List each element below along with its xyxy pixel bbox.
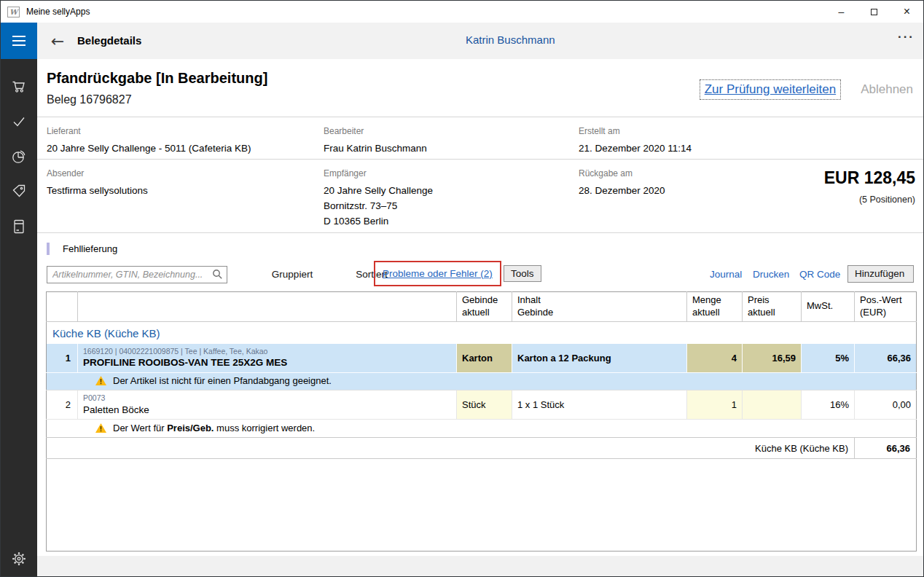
warning-icon (95, 375, 107, 386)
col-header-mwst[interactable]: MwSt. (802, 292, 855, 322)
sidebar (1, 59, 37, 577)
group-subtotal-row: Küche KB (Küche KB) 66,36 (47, 438, 917, 459)
search-icon (212, 269, 223, 280)
row-mwst-cell: 16% (802, 390, 855, 420)
search-input[interactable] (47, 266, 227, 283)
table-header-row: Gebindeaktuell InhaltGebinde Mengeaktuel… (47, 292, 917, 322)
row-gebinde-cell[interactable]: Karton (457, 344, 512, 373)
document-position-count: (5 Positionen) (824, 195, 915, 205)
qr-code-link[interactable]: QR Code (799, 269, 840, 280)
content-area: Pfandrückgabe [In Bearbeitung] Beleg 167… (37, 59, 924, 577)
warning-text: Der Artikel ist nicht für einen Pfandabg… (113, 375, 332, 386)
field-value-lieferant: 20 Jahre Selly Challenge - 5011 (Cafeter… (47, 141, 251, 157)
maximize-icon (871, 9, 877, 15)
warning-icon (95, 423, 107, 433)
row-gebinde-cell[interactable]: Stück (457, 390, 512, 420)
col-header-preis[interactable]: Preisaktuell (743, 292, 802, 322)
back-button[interactable]: ← (46, 29, 69, 52)
sidebar-item-approvals[interactable] (1, 104, 37, 139)
field-value-erstellt-am: 21. Dezember 2020 11:14 (579, 141, 692, 157)
document-total-amount: EUR 128,45 (824, 168, 915, 188)
row-article-cell: 1669120 | 04002221009875 | Tee | Kaffee,… (78, 344, 457, 373)
row-article-meta: P0073 (83, 393, 451, 403)
field-label-rueckgabe-am: Rückgabe am (579, 168, 665, 178)
row-mwst-cell: 5% (802, 344, 855, 373)
row-inhalt-cell[interactable]: Karton a 12 Packung (512, 344, 687, 373)
col-header-menge[interactable]: Mengeaktuell (687, 292, 743, 322)
tools-button[interactable]: Tools (504, 265, 541, 282)
reject-button[interactable]: Ablehnen (861, 82, 913, 97)
col-header-inhalt[interactable]: InhaltGebinde (512, 292, 687, 322)
tag-icon (10, 183, 28, 200)
grouped-toggle[interactable]: Gruppiert (256, 269, 329, 280)
row-wert-cell: 66,36 (855, 344, 917, 373)
positions-table: Gebindeaktuell InhaltGebinde Mengeaktuel… (46, 291, 917, 552)
document-fields-row-2: Absender Testfirma sellysolutions Empfän… (37, 160, 924, 233)
warning-text: Der Wert für Preis/Geb. muss korrigiert … (113, 423, 315, 433)
row-warning: Der Artikel ist nicht für einen Pfandabg… (47, 373, 917, 390)
row-menge-cell[interactable]: 4 (687, 344, 743, 373)
problems-errors-link[interactable]: Probleme oder Fehler (2) (383, 268, 493, 279)
journal-link[interactable]: Journal (710, 269, 742, 280)
group-header-row[interactable]: Küche KB (Küche KB) (47, 321, 917, 344)
row-preis-cell[interactable] (743, 390, 802, 420)
group-header-label: Küche KB (Küche KB) (47, 321, 917, 344)
check-icon (10, 113, 28, 130)
field-label-absender: Absender (47, 168, 148, 178)
sidebar-item-offers[interactable] (1, 174, 37, 209)
field-label-erstellt-am: Erstellt am (579, 126, 692, 136)
subtotal-label: Küche KB (Küche KB) (47, 438, 855, 459)
row-position-number: 2 (47, 390, 78, 420)
titlebar: W Meine sellyApps – × (1, 1, 923, 23)
sidebar-item-catalog[interactable] (1, 209, 37, 244)
field-value-rueckgabe-am: 28. Dezember 2020 (579, 184, 665, 199)
gear-icon (10, 550, 28, 568)
table-row[interactable]: 2 P0073 Paletten Böcke Stück 1 x 1 Stück… (47, 390, 917, 420)
app-logo-icon: W (7, 7, 20, 17)
window-title: Meine sellyApps (26, 7, 90, 17)
cart-icon (10, 78, 28, 95)
maximize-button[interactable] (858, 1, 890, 23)
sidebar-item-statistics[interactable] (1, 139, 37, 174)
minimize-button[interactable]: – (825, 1, 858, 23)
close-button[interactable]: × (890, 1, 923, 23)
row-inhalt-cell[interactable]: 1 x 1 Stück (512, 390, 687, 420)
field-value-bearbeiter: Frau Katrin Buschmann (324, 141, 427, 157)
sidebar-item-settings[interactable] (1, 543, 37, 575)
row-menge-cell[interactable]: 1 (687, 390, 743, 420)
footer-strip (37, 556, 924, 577)
positions-toolbar: Gruppiert Sortiert Probleme oder Fehler … (37, 264, 924, 285)
hamburger-icon (12, 36, 26, 37)
header-user-link[interactable]: Katrin Buschmann (466, 34, 555, 46)
row-article-name: Paletten Böcke (83, 404, 451, 417)
app-window: W Meine sellyApps – × ← Belegdetails Kat… (0, 0, 924, 577)
more-options-button[interactable]: ··· (898, 30, 915, 44)
delivery-type-label: Fehllieferung (63, 243, 117, 254)
add-dropdown-button[interactable]: Hinzufügen (847, 265, 914, 283)
forward-for-review-link[interactable]: Zur Prüfung weiterleiten (700, 79, 841, 100)
field-value-absender: Testfirma sellysolutions (47, 184, 148, 199)
row-warning: Der Wert für Preis/Geb. muss korrigiert … (47, 420, 917, 438)
field-value-empfaenger: 20 Jahre Selly Challenge Bornitzstr. 73–… (324, 184, 433, 229)
annotation-highlight-box: Probleme oder Fehler (2) (374, 261, 501, 286)
col-header-wert[interactable]: Pos.-Wert(EUR) (855, 292, 917, 322)
sidebar-item-cart[interactable] (1, 69, 37, 104)
document-header: Pfandrückgabe [In Bearbeitung] Beleg 167… (37, 59, 924, 117)
field-label-bearbeiter: Bearbeiter (324, 126, 427, 136)
row-wert-cell: 0,00 (855, 390, 917, 420)
menu-button[interactable] (1, 23, 37, 59)
book-icon (10, 218, 28, 235)
tag-accent-bar (47, 243, 50, 255)
col-header-pos (47, 292, 78, 322)
row-article-meta: 1669120 | 04002221009875 | Tee | Kaffee,… (83, 346, 451, 356)
pie-chart-icon (10, 148, 28, 165)
delivery-type-row: Fehllieferung (37, 233, 924, 264)
subtotal-value: 66,36 (855, 438, 917, 459)
row-preis-cell[interactable]: 16,59 (743, 344, 802, 373)
page-title: Belegdetails (77, 34, 141, 47)
table-row[interactable]: 1 1669120 | 04002221009875 | Tee | Kaffe… (47, 344, 917, 373)
field-label-empfaenger: Empfänger (324, 168, 433, 178)
document-fields-row-1: Lieferant 20 Jahre Selly Challenge - 501… (37, 117, 924, 160)
print-link[interactable]: Drucken (753, 269, 789, 280)
col-header-gebinde[interactable]: Gebindeaktuell (457, 292, 512, 322)
